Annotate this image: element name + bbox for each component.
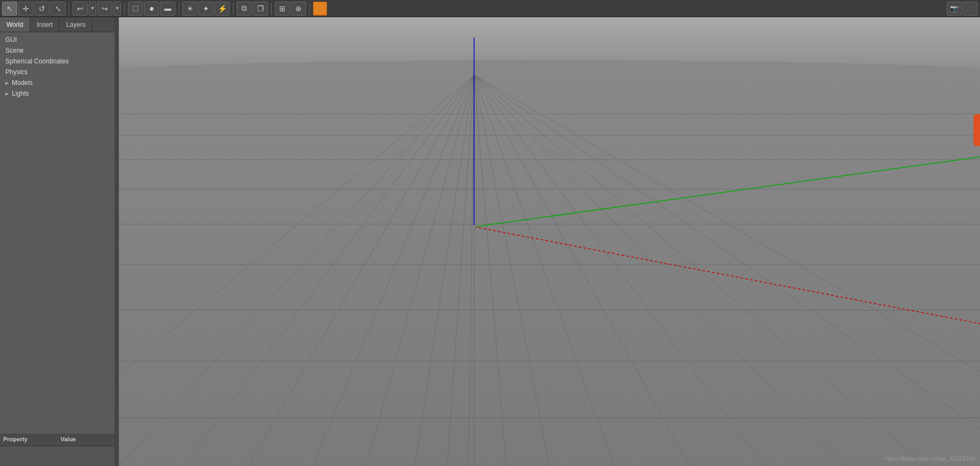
right-edge-widget[interactable]: [974, 114, 980, 146]
separator-4: [233, 3, 233, 15]
snap-point-tool[interactable]: ⊕: [291, 2, 306, 16]
undo-dropdown[interactable]: ▼: [89, 2, 96, 16]
record-button[interactable]: 🎥: [963, 2, 978, 16]
translate-tool[interactable]: ✛: [18, 2, 33, 16]
separator-5: [271, 3, 272, 15]
dir-light-tool[interactable]: ⚡: [215, 2, 230, 16]
tab-insert[interactable]: Insert: [30, 17, 60, 32]
tab-world[interactable]: World: [0, 17, 30, 32]
svg-point-34: [472, 225, 475, 228]
select-tool[interactable]: ↖: [2, 2, 17, 16]
snap-grid-tool[interactable]: ⊞: [275, 2, 290, 16]
separator-3: [179, 3, 179, 15]
svg-rect-2: [119, 75, 980, 466]
property-header: Property Value: [0, 434, 115, 446]
screenshot-button[interactable]: 📷: [947, 2, 962, 16]
toolbar: ↖ ✛ ↺ ⤡ ↩ ▼ ↪ ▼ □ ● ▬ ☀ ✦ ⚡ ⧉ ❐ ⊞ ⊕ 📷 🎥: [0, 0, 980, 17]
scale-tool[interactable]: ⤡: [51, 2, 66, 16]
tree-panel: GUI Scene Spherical Coordinates Physics …: [0, 32, 115, 434]
property-col-name: Property: [0, 434, 58, 446]
property-panel: Property Value: [0, 434, 115, 466]
redo-dropdown[interactable]: ▼: [113, 2, 121, 16]
tree-item-scene[interactable]: Scene: [0, 45, 115, 56]
rotate-tool[interactable]: ↺: [34, 2, 49, 16]
tree-item-lights[interactable]: Lights: [0, 88, 115, 99]
tree-item-physics[interactable]: Physics: [0, 67, 115, 77]
redo-button[interactable]: ↪: [97, 2, 112, 16]
tab-layers[interactable]: Layers: [60, 17, 93, 32]
tree-item-models[interactable]: Models: [0, 77, 115, 88]
color-swatch[interactable]: [313, 2, 327, 16]
separator-1: [69, 3, 69, 15]
property-col-value: Value: [58, 434, 115, 446]
separator-6: [309, 3, 310, 15]
viewport-3d[interactable]: https://blog.csdn.net/qq_42165156: [119, 17, 980, 466]
paste-tool[interactable]: ❐: [253, 2, 268, 16]
tree-item-gui[interactable]: GUI: [0, 34, 115, 45]
separator-2: [124, 3, 125, 15]
watermark: https://blog.csdn.net/qq_42165156: [885, 455, 976, 462]
box-tool[interactable]: □: [128, 2, 143, 16]
viewport-canvas: [119, 17, 980, 466]
sphere-tool[interactable]: ●: [144, 2, 159, 16]
left-panel: World Insert Layers GUI Scene Spherical …: [0, 17, 116, 466]
copy-tool[interactable]: ⧉: [237, 2, 252, 16]
tab-bar: World Insert Layers: [0, 17, 115, 32]
tree-item-spherical[interactable]: Spherical Coordinates: [0, 56, 115, 67]
spot-light-tool[interactable]: ✦: [198, 2, 214, 16]
main-area: World Insert Layers GUI Scene Spherical …: [0, 17, 980, 466]
point-light-tool[interactable]: ☀: [182, 2, 197, 16]
cylinder-tool[interactable]: ▬: [160, 2, 175, 16]
undo-button[interactable]: ↩: [73, 2, 88, 16]
